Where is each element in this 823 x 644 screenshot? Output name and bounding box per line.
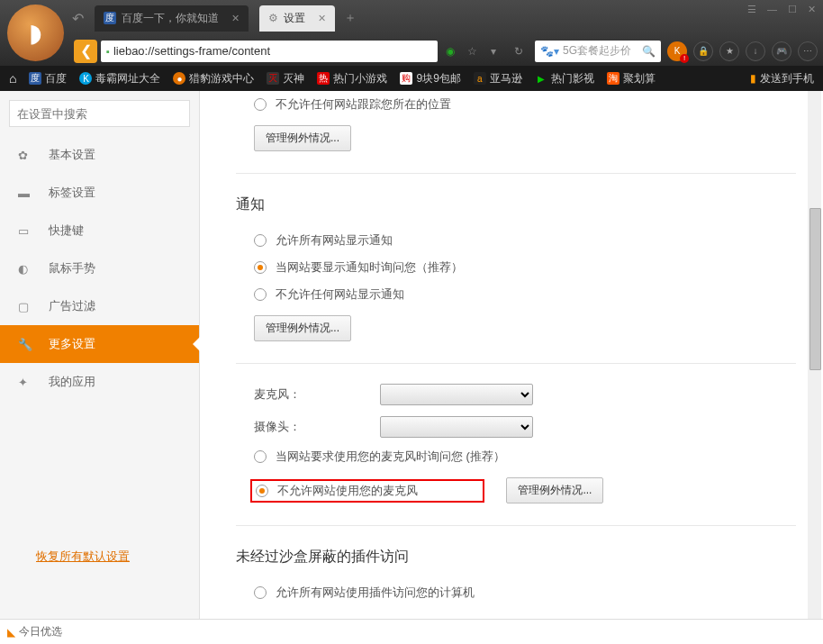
radio-icon xyxy=(254,234,267,247)
radio-location-deny[interactable]: 不允许任何网站跟踪您所在的位置 xyxy=(236,91,796,118)
play-icon: ▶ xyxy=(535,72,547,85)
mouse-icon: ◐ xyxy=(18,262,32,276)
manage-exceptions-button[interactable]: 管理例外情况... xyxy=(506,477,603,503)
game-favicon-icon: 灭 xyxy=(267,72,279,85)
sidebar-item-adblock[interactable]: ▢广告过滤 xyxy=(0,287,199,325)
bookmark-item[interactable]: 灭灭神 xyxy=(267,71,304,86)
camera-select[interactable] xyxy=(380,416,533,438)
microphone-row: 麦克风： xyxy=(236,378,796,411)
tab-label: 设置 xyxy=(284,11,305,26)
radio-icon xyxy=(254,586,267,599)
sidebar-item-tabs[interactable]: ▬标签设置 xyxy=(0,174,199,212)
section-title-notifications: 通知 xyxy=(236,195,796,214)
search-input[interactable]: 🐾▾ 5G套餐起步价 🔍 xyxy=(535,41,661,62)
bookmark-item[interactable]: 热热门小游戏 xyxy=(317,71,387,86)
bookmark-item[interactable]: 购9块9包邮 xyxy=(400,71,460,86)
antivirus-icon[interactable]: K xyxy=(667,41,687,61)
download-icon[interactable]: ↓ xyxy=(746,41,765,61)
liebao-icon: ● xyxy=(173,72,185,85)
phone-icon: ▮ xyxy=(750,72,756,85)
restore-defaults-link[interactable]: 恢复所有默认设置 xyxy=(36,549,199,565)
sidebar-item-basic[interactable]: ✿基本设置 xyxy=(0,136,199,174)
manage-exceptions-button[interactable]: 管理例外情况... xyxy=(254,315,351,341)
radio-notify-allow[interactable]: 允许所有网站显示通知 xyxy=(236,227,796,254)
search-icon[interactable]: 🔍 xyxy=(642,45,656,58)
bookmark-item[interactable]: K毒霸网址大全 xyxy=(79,71,160,86)
settings-search xyxy=(9,100,190,127)
nav-back-button[interactable]: ❮ xyxy=(74,40,97,63)
mic-label: 麦克风： xyxy=(254,386,371,403)
addressbar: ❮ ▪ liebao://settings-frame/content ◉ ☆ … xyxy=(0,36,823,66)
shop-icon: 购 xyxy=(400,72,412,85)
browser-logo-icon[interactable]: ◗ xyxy=(7,5,64,61)
compass-icon[interactable]: ◉ xyxy=(441,42,459,60)
new-tab-button[interactable]: ＋ xyxy=(344,10,357,26)
highlighted-option: 不允许网站使用您的麦克风 xyxy=(250,479,484,503)
mic-select[interactable] xyxy=(380,384,533,405)
radio-notify-deny[interactable]: 不允许任何网站显示通知 xyxy=(236,281,796,308)
settings-main: 不允许任何网站跟踪您所在的位置 管理例外情况... 通知 允许所有网站显示通知 … xyxy=(200,91,823,619)
game-icon[interactable]: 🎮 xyxy=(772,41,791,61)
bookmark-item[interactable]: ●猎豹游戏中心 xyxy=(173,71,254,86)
tab-icon: ▬ xyxy=(18,186,32,200)
close-window-icon[interactable]: ✕ xyxy=(808,4,816,15)
section-title-plugins: 未经过沙盒屏蔽的插件访问 xyxy=(236,548,796,567)
radio-icon xyxy=(254,450,267,463)
radio-mic-ask[interactable]: 当网站要求使用您的麦克风时询问您 (推荐） xyxy=(236,443,796,470)
sidebar-item-apps[interactable]: ✦我的应用 xyxy=(0,363,199,401)
radio-notify-ask[interactable]: 当网站要显示通知时询问您（推荐） xyxy=(236,254,796,281)
tab-settings[interactable]: ⚙ 设置 ✕ xyxy=(259,5,335,32)
filter-icon: ▢ xyxy=(18,300,32,313)
history-back-icon[interactable]: ↶ xyxy=(72,10,84,27)
radio-plugin-allow[interactable]: 允许所有网站使用插件访问您的计算机 xyxy=(236,579,796,606)
amazon-icon: a xyxy=(474,72,486,85)
send-to-phone[interactable]: ▮发送到手机 xyxy=(750,71,814,86)
gear-icon: ⚙ xyxy=(268,12,278,24)
camera-label: 摄像头： xyxy=(254,419,371,435)
home-icon[interactable]: ⌂ xyxy=(9,71,16,86)
baidu-favicon-icon: 度 xyxy=(104,12,116,24)
settings-sidebar: ✿基本设置 ▬标签设置 ▭快捷键 ◐鼠标手势 ▢广告过滤 🔧更多设置 ✦我的应用… xyxy=(0,91,200,619)
wrench-icon: 🔧 xyxy=(18,338,32,351)
bookmark-item[interactable]: 度百度 xyxy=(29,71,67,86)
bookmark-item[interactable]: ▶热门影视 xyxy=(535,71,594,86)
dropdown-icon[interactable]: ▾ xyxy=(484,42,502,60)
sidebar-item-gestures[interactable]: ◐鼠标手势 xyxy=(0,249,199,287)
radio-icon xyxy=(254,98,267,111)
search-engine-icon: 🐾▾ xyxy=(540,45,559,58)
tab-label: 百度一下，你就知道 xyxy=(122,11,219,26)
manage-exceptions-button[interactable]: 管理例外情况... xyxy=(254,125,351,151)
close-icon[interactable]: ✕ xyxy=(231,13,240,24)
favorite-icon[interactable]: ★ xyxy=(719,41,739,61)
maximize-icon[interactable]: ☐ xyxy=(788,4,797,15)
menu-icon[interactable]: ☰ xyxy=(747,4,756,15)
refresh-icon[interactable]: ↻ xyxy=(510,42,528,60)
bookmark-item[interactable]: a亚马逊 xyxy=(474,71,522,86)
content: ✿基本设置 ▬标签设置 ▭快捷键 ◐鼠标手势 ▢广告过滤 🔧更多设置 ✦我的应用… xyxy=(0,91,823,619)
radio-checked-icon xyxy=(254,261,267,274)
window-controls: ☰ — ☐ ✕ xyxy=(747,4,816,15)
url-input[interactable]: ▪ liebao://settings-frame/content xyxy=(101,41,438,62)
close-icon[interactable]: ✕ xyxy=(318,13,326,24)
star-icon[interactable]: ☆ xyxy=(463,42,481,60)
taobao-icon: 淘 xyxy=(607,72,620,85)
minimize-icon[interactable]: — xyxy=(767,4,777,15)
radio-icon xyxy=(254,288,267,301)
url-text: liebao://settings-frame/content xyxy=(113,44,270,58)
more-icon[interactable]: ⋯ xyxy=(798,41,818,61)
tab-baidu[interactable]: 度 百度一下，你就知道 ✕ xyxy=(95,5,249,32)
sidebar-item-shortcuts[interactable]: ▭快捷键 xyxy=(0,212,199,249)
settings-search-input[interactable] xyxy=(9,100,190,127)
sidebar-item-more[interactable]: 🔧更多设置 xyxy=(0,325,199,363)
hot-icon: 热 xyxy=(317,72,330,85)
bookmark-item[interactable]: 淘聚划算 xyxy=(607,71,656,86)
scrollbar-thumb[interactable] xyxy=(809,208,821,370)
titlebar: ◗ ↶ 度 百度一下，你就知道 ✕ ⚙ 设置 ✕ ＋ ☰ — ☐ ✕ xyxy=(0,0,823,36)
keyboard-icon: ▭ xyxy=(18,224,32,238)
divider xyxy=(236,525,796,526)
status-bar: ◣ 今日优选 xyxy=(0,619,823,644)
bottom-label[interactable]: 今日优选 xyxy=(19,624,62,639)
puzzle-icon: ✦ xyxy=(18,376,32,389)
recommend-icon: ◣ xyxy=(7,626,15,639)
lock-icon[interactable]: 🔒 xyxy=(693,41,713,61)
